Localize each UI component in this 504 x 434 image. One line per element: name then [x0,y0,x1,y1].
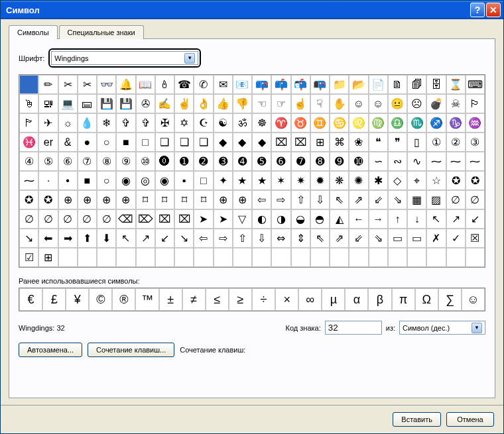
symbol-cell[interactable]: ☺ [349,94,368,113]
symbol-cell[interactable]: ▨ [426,190,446,209]
symbol-cell[interactable]: ② [446,133,466,152]
symbol-cell[interactable]: ◑ [271,209,290,229]
symbol-cell[interactable] [174,248,194,267]
recent-cell[interactable]: × [275,288,298,311]
symbol-cell[interactable]: ⇘ [388,190,407,209]
symbol-cell[interactable]: 📄 [369,75,388,94]
symbol-cell[interactable]: ↙ [155,229,174,248]
symbol-cell[interactable]: ⇨ [271,190,290,209]
symbol-cell[interactable] [369,248,388,267]
symbol-cell[interactable]: ❑ [194,133,213,152]
symbol-cell[interactable]: ☝ [291,94,310,113]
symbol-cell[interactable]: 🗎 [388,75,407,94]
symbol-cell[interactable]: er [38,133,58,152]
symbol-cell[interactable]: ➓ [349,152,368,171]
symbol-cell[interactable]: • [58,171,78,190]
symbol-cell[interactable]: 📂 [349,75,368,94]
symbol-cell[interactable]: ✋ [330,94,349,113]
symbol-cell[interactable]: ❋ [330,171,349,190]
recent-cell[interactable]: ¥ [66,288,89,311]
symbol-cell[interactable]: ☼ [58,113,78,133]
symbol-cell[interactable]: ☜ [252,94,271,113]
symbol-cell[interactable]: ⊕ [214,190,233,209]
symbol-cell[interactable]: ◉ [116,171,135,190]
symbol-cell[interactable]: ⊕ [116,190,135,209]
symbol-cell[interactable]: ♈ [271,113,290,133]
symbol-cell[interactable]: ➊ [174,152,194,171]
symbol-cell[interactable]: ♉ [291,113,310,133]
symbol-cell[interactable]: 😐 [388,94,407,113]
symbol-cell[interactable]: ◐ [252,209,271,229]
symbol-cell[interactable]: ➐ [291,152,310,171]
symbol-cell[interactable] [330,248,349,267]
tab-symbols[interactable]: Символы [9,25,58,39]
symbol-cell[interactable]: ✹ [310,171,330,190]
symbol-cell[interactable]: ♋ [330,113,349,133]
symbol-cell[interactable] [252,248,271,267]
symbol-cell[interactable]: ❄ [97,113,116,133]
symbol-cell[interactable]: ॐ [233,113,252,133]
symbol-cell[interactable]: 🏳 [466,94,485,113]
symbol-cell[interactable]: ↘ [19,229,38,248]
symbol-cell[interactable]: 💻 [58,94,78,113]
symbol-cell[interactable]: ♊ [310,113,330,133]
symbol-cell[interactable]: ③ [466,133,485,152]
insert-button[interactable]: Вставить [393,412,441,427]
symbol-cell[interactable]: ⁓ [426,152,446,171]
symbol-cell[interactable]: ☑ [19,248,38,267]
symbol-cell[interactable]: ✗ [426,229,446,248]
symbol-cell[interactable]: 🗐 [407,75,426,94]
recent-cell[interactable]: ☺ [462,288,485,311]
symbol-cell[interactable]: ☪ [194,113,213,133]
symbol-cell[interactable]: ● [78,133,97,152]
symbol-cell[interactable]: ⌫ [116,209,135,229]
symbol-cell[interactable]: ☺ [369,94,388,113]
symbol-cell[interactable] [78,248,97,267]
symbol-cell[interactable]: ⑩ [136,152,155,171]
symbol-cell[interactable]: & [58,133,78,152]
shortcut-button[interactable]: Сочетание клавиш... [88,343,174,357]
symbol-cell[interactable]: ❞ [388,133,407,152]
symbol-cell[interactable]: ⑤ [38,152,58,171]
symbol-cell[interactable]: 📪 [252,75,271,94]
symbol-cell[interactable]: ✪ [466,171,485,190]
recent-cell[interactable]: ≥ [229,288,252,311]
symbol-cell[interactable]: ⇧ [291,190,310,209]
symbol-cell[interactable]: ⇦ [194,229,213,248]
symbol-cell[interactable]: ④ [19,152,38,171]
symbol-cell[interactable]: ⌖ [407,171,426,190]
recent-cell[interactable]: µ [322,288,345,311]
symbol-cell[interactable]: ↖ [116,229,135,248]
symbol-cell[interactable]: ✞ [136,113,155,133]
symbol-cell[interactable]: ✓ [446,229,466,248]
autocorrect-button[interactable]: Автозамена... [19,343,82,357]
symbol-cell[interactable]: ➑ [310,152,330,171]
symbol-cell[interactable]: ✂ [58,75,78,94]
symbol-cell[interactable]: ∿ [407,152,426,171]
symbol-cell[interactable]: ◭ [330,209,349,229]
symbol-cell[interactable]: ◉ [155,171,174,190]
symbol-cell[interactable]: ⑦ [78,152,97,171]
symbol-cell[interactable]: ▭ [407,229,426,248]
symbol-cell[interactable]: ⌨ [466,75,485,94]
symbol-cell[interactable]: ✞ [116,113,135,133]
symbol-cell[interactable] [349,248,368,267]
symbol-cell[interactable]: ⊕ [233,190,252,209]
symbol-cell[interactable]: 👌 [194,94,213,113]
symbol-cell[interactable]: ⇦ [252,190,271,209]
symbol-cell[interactable]: ▽ [233,209,252,229]
symbol-cell[interactable]: ✠ [155,113,174,133]
symbol-cell[interactable]: ◆ [233,133,252,152]
symbol-cell[interactable]: ∅ [58,209,78,229]
symbol-cell[interactable] [155,248,174,267]
symbol-cell[interactable]: 📁 [330,75,349,94]
symbol-cell[interactable]: ✱ [369,171,388,190]
symbol-cell[interactable]: ■ [78,171,97,190]
symbol-cell[interactable]: ⌧ [291,133,310,152]
recent-cell[interactable]: ≠ [182,288,206,311]
symbol-cell[interactable] [291,248,310,267]
symbol-cell[interactable]: ☎ [174,75,194,94]
symbol-cell[interactable]: 🕯 [155,75,174,94]
symbol-cell[interactable]: ☯ [214,113,233,133]
symbol-cell[interactable]: ♑ [446,113,466,133]
